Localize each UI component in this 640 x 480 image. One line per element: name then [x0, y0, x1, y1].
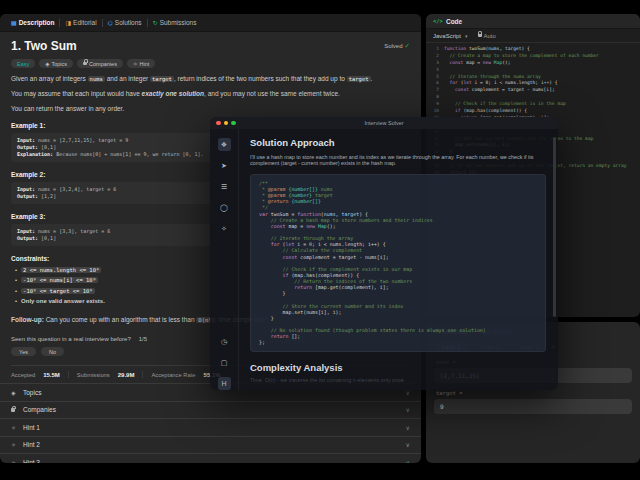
accordion-label: Companies	[23, 406, 56, 413]
tab-submissions[interactable]: ↻Submissions	[148, 14, 202, 31]
topics-icon: ◈	[45, 61, 49, 67]
field-input[interactable]: 9	[434, 399, 632, 414]
code-text: * @param {number} target	[259, 192, 333, 198]
companies-icon	[11, 407, 18, 413]
code-chip: target	[150, 76, 174, 82]
app-logo-icon[interactable]: ❖	[218, 138, 231, 151]
badge-label: Topics	[51, 61, 67, 67]
code-line: 8	[426, 94, 640, 101]
code-text: // Check if the complement is in the map	[444, 101, 566, 108]
code-text: return [map.get(complement), i];	[259, 284, 389, 290]
constraint-code: 2 <= nums.length <= 10⁴	[21, 267, 101, 273]
code-text: */	[259, 204, 268, 210]
editor-toolbar: JavaScript ▾ Auto	[426, 29, 640, 43]
language-select[interactable]: JavaScript	[433, 33, 461, 39]
line-number: 4	[426, 67, 444, 74]
tab-label: Submissions	[160, 19, 197, 26]
chevron-down-icon: ∨	[406, 459, 410, 463]
overlay-content: Solution Approach I'll use a hash map to…	[238, 129, 558, 390]
code-line: 2 // Create a map to store the complemen…	[426, 53, 640, 60]
bulb-icon[interactable]: ✧	[218, 222, 231, 235]
accepted-count: 15.5M	[43, 372, 60, 378]
code-text: // Check if the complement exists in our…	[259, 266, 412, 272]
code-text: // Iterate through the array	[259, 235, 353, 241]
code-text: if (map.has(complement)) {	[444, 108, 527, 115]
clock-icon[interactable]: ◷	[218, 335, 231, 348]
chevron-down-icon: ∨	[406, 406, 410, 413]
accordion-companies[interactable]: Companies∨	[0, 401, 421, 419]
code-text: };	[259, 339, 265, 345]
companies-icon	[83, 62, 87, 66]
hint-3-icon: ✧	[11, 459, 18, 463]
code-line: 1function twoSum(nums, target) {	[426, 46, 640, 53]
code-text: for (let i = 0; i < nums.length; i++) {	[444, 80, 558, 87]
circle-icon[interactable]: ◯	[218, 201, 231, 214]
bullet-icon: •	[15, 267, 17, 273]
bullet-icon: •	[15, 298, 17, 304]
problem-paragraph-1: Given an array of integers nums and an i…	[11, 75, 410, 83]
code-text: if (map.has(complement)) {	[259, 272, 359, 278]
overlay-scrollbar[interactable]	[553, 137, 556, 317]
code-line: 6 for (let i = 0; i < nums.length; i++) …	[426, 80, 640, 87]
tab-solutions[interactable]: ⌬Solutions	[103, 14, 147, 31]
code-text: function twoSum(nums, target) {	[444, 46, 530, 53]
editorial-icon: ◨	[65, 19, 71, 26]
code-chip: nums	[88, 76, 105, 82]
badge-label: Companies	[89, 61, 117, 67]
solutions-icon: ⌬	[108, 19, 113, 26]
code-text: }	[259, 315, 274, 321]
code-line: 4	[426, 67, 640, 74]
accordion-label: Hint 3	[23, 459, 40, 463]
line-number: 5	[426, 74, 444, 81]
list-icon[interactable]: ☰	[218, 180, 231, 193]
overlay-code-block: /** * @param {number[]} nums * @param {n…	[250, 174, 546, 352]
code-text: // Store the current number and its inde…	[259, 303, 403, 309]
tab-label: Solutions	[115, 19, 142, 26]
code-text: var twoSum = function(nums, target) {	[259, 211, 368, 217]
hint-2-icon: ✧	[11, 441, 18, 448]
solved-badge: Solved ✓	[384, 42, 410, 50]
accordion-section: ◈Topics∨Companies∨✧Hint 1∨✧Hint 2∨✧Hint …	[0, 383, 421, 463]
badge-companies[interactable]: Companies	[77, 59, 123, 68]
code-text: /**	[259, 180, 268, 186]
tab-description[interactable]: ▤Description	[6, 14, 59, 31]
page-title: 1. Two Sum	[11, 39, 77, 53]
line-number: 10	[426, 108, 444, 115]
code-text: * @return {number[]}	[259, 198, 321, 204]
overlay-titlebar[interactable]: Interview Solver	[210, 117, 558, 129]
badge-easy[interactable]: Easy	[11, 59, 35, 68]
accordion-hint-2[interactable]: ✧Hint 2∨	[0, 436, 421, 454]
solution-approach-text: I'll use a hash map to store each number…	[250, 154, 546, 167]
badge-hint[interactable]: ✧Hint	[127, 59, 155, 68]
topics-icon: ◈	[11, 389, 18, 396]
h-badge[interactable]: H	[218, 377, 231, 390]
badge-topics[interactable]: ◈Topics	[39, 59, 73, 68]
accordion-hint-1[interactable]: ✧Hint 1∨	[0, 418, 421, 436]
code-text: const map = new Map();	[444, 60, 510, 67]
tab-editorial[interactable]: ◨Editorial	[60, 14, 101, 31]
no-button[interactable]: No	[41, 347, 64, 356]
line-number: 7	[426, 87, 444, 94]
code-text: map.set(nums[i], i);	[259, 309, 341, 315]
line-number: 3	[426, 60, 444, 67]
accordion-label: Topics	[23, 389, 41, 396]
hint-icon: ✧	[133, 61, 138, 67]
problem-paragraph-3: You can return the answer in any order.	[11, 105, 410, 113]
window-icon[interactable]: ▢	[218, 356, 231, 369]
code-line: 10 if (map.has(complement)) {	[426, 108, 640, 115]
chevron-down-icon: ∨	[406, 424, 410, 431]
interview-solver-window: Interview Solver ❖➤☰◯✧◷▢H Solution Appro…	[210, 117, 558, 390]
hint-1-icon: ✧	[11, 424, 18, 431]
yes-button[interactable]: Yes	[11, 347, 36, 356]
constraint-code: -10⁹ <= nums[i] <= 10⁹	[21, 277, 98, 283]
complexity-analysis-text: Time: O(n) - we traverse the list contai…	[250, 377, 546, 383]
line-number: 6	[426, 80, 444, 87]
bullet-icon: •	[15, 277, 17, 283]
chevron-down-icon: ∨	[406, 441, 410, 448]
submissions-icon: ↻	[153, 19, 158, 26]
auto-toggle[interactable]: Auto	[478, 33, 496, 39]
submissions-count: 29.9M	[118, 372, 135, 378]
overlay-icon-rail: ❖➤☰◯✧◷▢H	[210, 129, 239, 390]
pointer-icon[interactable]: ➤	[218, 159, 231, 172]
accordion-hint-3[interactable]: ✧Hint 3∨	[0, 453, 421, 463]
